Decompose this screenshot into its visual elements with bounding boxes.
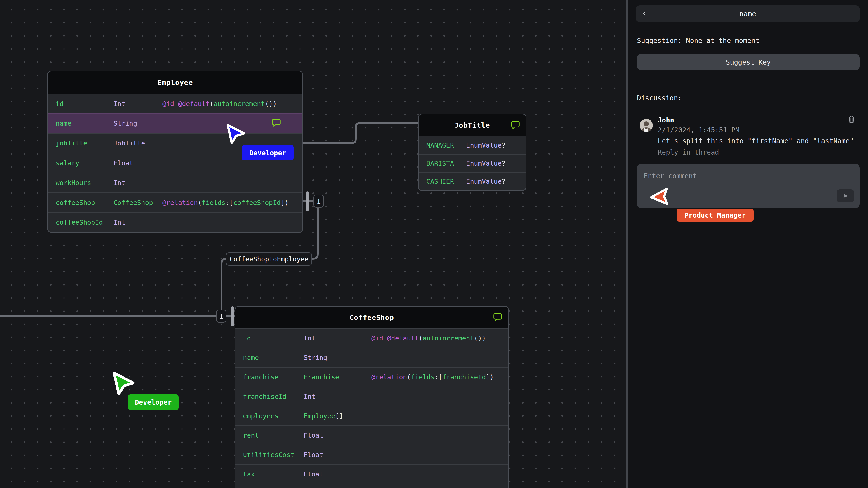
table-row[interactable]: idInt@id @default(autoincrement()) (48, 94, 303, 113)
field-type: String (114, 120, 162, 127)
relation-line-employee-jobtitle (303, 123, 418, 143)
attr-token: :[ (434, 373, 442, 381)
field-name: BARISTA (426, 160, 466, 167)
table-header[interactable]: Employee (48, 71, 303, 94)
type-token: EnumValue (466, 160, 502, 167)
entity-table-jobtitle[interactable]: JobTitleMANAGEREnumValue?BARISTAEnumValu… (418, 113, 526, 191)
table-row[interactable]: CASHIEREnumValue? (418, 172, 526, 190)
send-icon (842, 193, 848, 199)
table-row[interactable]: coffeeShopIdInt (48, 213, 303, 232)
remote-cursor-developer-blue (226, 124, 247, 146)
attr-token: @id @default (162, 100, 210, 107)
comment-bubble-icon[interactable] (511, 121, 520, 129)
field-type: String (304, 354, 371, 361)
discussion-heading: Discussion: (637, 94, 682, 102)
field-name: id (56, 100, 114, 107)
suggestion-text: Suggestion: None at the moment (637, 37, 760, 44)
back-button[interactable]: ‹ (642, 8, 647, 18)
type-token: String (304, 354, 327, 361)
table-header[interactable]: JobTitle (418, 114, 526, 136)
type-token: Int (114, 179, 125, 187)
table-row[interactable]: taxFloat (235, 464, 508, 484)
attr-token: ]) (281, 199, 289, 206)
table-row[interactable]: employeesEmployee[] (235, 406, 508, 425)
sidebar-header: ‹ name (636, 5, 860, 22)
type-token: ? (502, 141, 505, 149)
type-token: EnumValue (466, 177, 502, 185)
table-row[interactable]: MANAGEREnumValue? (418, 136, 526, 154)
type-token: [] (335, 412, 343, 420)
field-type: Float (304, 470, 371, 478)
comment-author: John (658, 116, 674, 124)
table-row[interactable]: utilitiesCostFloat (235, 445, 508, 464)
field-attributes: @id @default(autoincrement()) (162, 100, 277, 107)
type-token: JobTitle (114, 139, 145, 147)
reply-in-thread-link[interactable]: Reply in thread (658, 148, 719, 156)
table-row[interactable]: workHoursInt (48, 173, 303, 193)
relation-label-pill[interactable]: CoffeeShopToEmployee (226, 252, 312, 266)
field-name: utilitiesCost (243, 451, 304, 459)
field-name: salary (56, 159, 114, 167)
type-token: Int (304, 393, 315, 400)
cardinality-badge: 1 (216, 310, 226, 323)
type-token: Franchise (304, 373, 339, 381)
field-type: Float (304, 431, 371, 439)
table-row[interactable]: franchiseFranchise@relation(fields:[fran… (235, 367, 508, 387)
table-row[interactable]: franchiseIdInt (235, 387, 508, 406)
field-name: name (243, 354, 304, 361)
schema-canvas[interactable]: EmployeeidInt@id @default(autoincrement(… (0, 0, 626, 488)
field-name: employees (243, 412, 304, 420)
field-type: Int (304, 393, 371, 400)
table-title: JobTitle (454, 121, 490, 129)
field-name: tax (243, 470, 304, 478)
type-token: Float (114, 159, 133, 167)
table-title: Employee (157, 78, 193, 87)
attr-token: fields (411, 373, 435, 381)
field-name: workHours (56, 179, 114, 187)
type-token: Int (114, 100, 125, 107)
table-row[interactable]: rentFloat (235, 425, 508, 445)
field-type: Int (114, 179, 162, 187)
field-detail-sidebar: ‹ name Suggestion: None at the moment Su… (628, 0, 868, 488)
type-token: Float (304, 470, 323, 478)
cursor-label-developer-blue: Developer (242, 145, 293, 160)
attr-token: autoincrement (423, 334, 474, 342)
table-row[interactable]: nameString (48, 113, 303, 133)
table-row[interactable] (235, 484, 508, 488)
table-row[interactable]: nameString (235, 348, 508, 367)
comment-bubble-icon[interactable] (272, 119, 281, 127)
trash-icon (848, 115, 855, 123)
panel-title: name (739, 10, 756, 18)
field-type: Franchise (304, 373, 371, 381)
avatar (640, 119, 653, 132)
comment-timestamp: 2/1/2024, 1:45:51 PM (658, 126, 739, 134)
table-row[interactable]: BARISTAEnumValue? (418, 154, 526, 172)
attr-token: ( (407, 373, 411, 381)
type-token: EnumValue (466, 141, 502, 149)
table-header[interactable]: CoffeeShop (235, 306, 508, 328)
field-type: JobTitle (114, 139, 162, 147)
type-token: String (114, 120, 137, 127)
comment-bubble-icon[interactable] (493, 313, 502, 321)
send-button[interactable] (837, 189, 854, 202)
attr-token: ( (419, 334, 423, 342)
attr-token: ( (198, 199, 202, 206)
cardinality-marker (231, 306, 234, 326)
type-token: ? (502, 160, 505, 167)
comment-message: Let's split this into "firstName" and "l… (658, 137, 854, 145)
field-name: jobTitle (56, 139, 114, 147)
type-token: Int (114, 219, 125, 226)
field-type: Employee[] (304, 412, 371, 420)
field-name: franchiseId (243, 393, 304, 400)
entity-table-coffeeshop[interactable]: CoffeeShopidInt@id @default(autoincremen… (235, 306, 509, 488)
remote-cursor-developer-green (112, 372, 137, 397)
attr-token: coffeeShopId (233, 199, 281, 206)
suggest-key-button[interactable]: Suggest Key (637, 54, 860, 70)
attr-token: :[ (225, 199, 233, 206)
table-row[interactable]: coffeeShopCoffeeShop@relation(fields:[co… (48, 193, 303, 213)
attr-token: @relation (371, 373, 407, 381)
table-row[interactable]: idInt@id @default(autoincrement()) (235, 328, 508, 348)
delete-comment-button[interactable] (848, 115, 855, 124)
type-token: Employee (304, 412, 335, 420)
attr-token: ()) (474, 334, 486, 342)
